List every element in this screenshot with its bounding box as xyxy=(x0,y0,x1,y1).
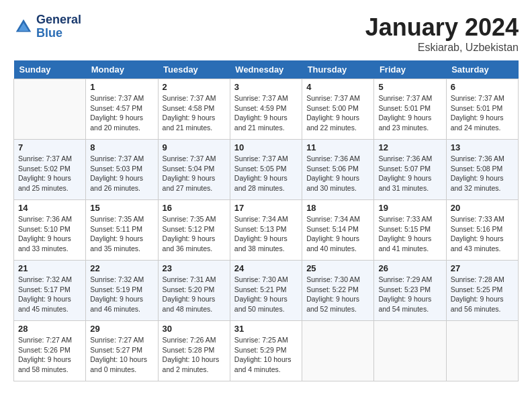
day-cell: 20Sunrise: 7:33 AMSunset: 5:16 PMDayligh… xyxy=(446,200,518,261)
day-cell: 5Sunrise: 7:37 AMSunset: 5:01 PMDaylight… xyxy=(374,79,446,140)
header-saturday: Saturday xyxy=(446,60,518,79)
day-info: Sunrise: 7:26 AMSunset: 5:28 PMDaylight:… xyxy=(163,335,226,375)
day-info: Sunrise: 7:31 AMSunset: 5:20 PMDaylight:… xyxy=(163,275,226,314)
week-row-4: 21Sunrise: 7:32 AMSunset: 5:17 PMDayligh… xyxy=(14,261,519,321)
day-cell: 28Sunrise: 7:27 AMSunset: 5:26 PMDayligh… xyxy=(14,321,86,381)
day-number: 29 xyxy=(90,324,153,334)
day-info: Sunrise: 7:33 AMSunset: 5:16 PMDaylight:… xyxy=(451,214,514,254)
day-info: Sunrise: 7:28 AMSunset: 5:25 PMDaylight:… xyxy=(451,275,514,314)
logo: GeneralBlue xyxy=(13,13,81,40)
page-header: GeneralBlue January 2024 Eskiarab, Uzbek… xyxy=(13,13,519,54)
day-number: 31 xyxy=(234,324,298,334)
day-info: Sunrise: 7:37 AMSunset: 4:58 PMDaylight:… xyxy=(163,93,226,133)
day-cell: 30Sunrise: 7:26 AMSunset: 5:28 PMDayligh… xyxy=(158,321,230,381)
day-cell: 29Sunrise: 7:27 AMSunset: 5:27 PMDayligh… xyxy=(86,321,158,381)
day-cell xyxy=(446,321,518,381)
header-thursday: Thursday xyxy=(302,60,374,79)
day-number: 3 xyxy=(234,82,298,92)
day-number: 21 xyxy=(18,263,81,273)
day-number: 7 xyxy=(18,142,81,152)
day-info: Sunrise: 7:30 AMSunset: 5:21 PMDaylight:… xyxy=(234,275,298,314)
day-info: Sunrise: 7:29 AMSunset: 5:23 PMDaylight:… xyxy=(378,275,441,314)
day-cell: 25Sunrise: 7:30 AMSunset: 5:22 PMDayligh… xyxy=(302,261,374,321)
day-cell: 2Sunrise: 7:37 AMSunset: 4:58 PMDaylight… xyxy=(158,79,230,140)
day-number: 24 xyxy=(234,263,298,273)
logo-icon xyxy=(13,17,34,37)
day-info: Sunrise: 7:35 AMSunset: 5:11 PMDaylight:… xyxy=(90,214,153,254)
day-cell: 26Sunrise: 7:29 AMSunset: 5:23 PMDayligh… xyxy=(374,261,446,321)
day-number: 17 xyxy=(234,203,298,213)
day-info: Sunrise: 7:30 AMSunset: 5:22 PMDaylight:… xyxy=(306,275,369,314)
day-number: 6 xyxy=(451,82,514,92)
day-cell xyxy=(374,321,446,381)
day-cell: 4Sunrise: 7:37 AMSunset: 5:00 PMDaylight… xyxy=(302,79,374,140)
day-info: Sunrise: 7:25 AMSunset: 5:29 PMDaylight:… xyxy=(234,335,298,375)
day-cell: 23Sunrise: 7:31 AMSunset: 5:20 PMDayligh… xyxy=(158,261,230,321)
day-cell: 9Sunrise: 7:37 AMSunset: 5:04 PMDaylight… xyxy=(158,140,230,200)
day-info: Sunrise: 7:37 AMSunset: 5:00 PMDaylight:… xyxy=(306,93,369,133)
day-number: 12 xyxy=(378,142,441,152)
location: Eskiarab, Uzbekistan xyxy=(365,42,519,54)
day-info: Sunrise: 7:36 AMSunset: 5:08 PMDaylight:… xyxy=(451,154,514,193)
day-number: 8 xyxy=(90,142,153,152)
day-info: Sunrise: 7:27 AMSunset: 5:27 PMDaylight:… xyxy=(90,335,153,375)
day-number: 28 xyxy=(18,324,81,334)
week-row-5: 28Sunrise: 7:27 AMSunset: 5:26 PMDayligh… xyxy=(14,321,519,381)
logo-text: GeneralBlue xyxy=(36,13,81,40)
day-cell: 24Sunrise: 7:30 AMSunset: 5:21 PMDayligh… xyxy=(230,261,302,321)
day-info: Sunrise: 7:37 AMSunset: 5:05 PMDaylight:… xyxy=(234,154,298,193)
day-cell: 31Sunrise: 7:25 AMSunset: 5:29 PMDayligh… xyxy=(230,321,302,381)
calendar-table: SundayMondayTuesdayWednesdayThursdayFrid… xyxy=(13,60,519,381)
header-sunday: Sunday xyxy=(14,60,86,79)
day-cell: 10Sunrise: 7:37 AMSunset: 5:05 PMDayligh… xyxy=(230,140,302,200)
day-number: 25 xyxy=(306,263,369,273)
day-number: 23 xyxy=(163,263,226,273)
title-area: January 2024 Eskiarab, Uzbekistan xyxy=(365,13,519,54)
day-cell: 1Sunrise: 7:37 AMSunset: 4:57 PMDaylight… xyxy=(86,79,158,140)
day-info: Sunrise: 7:32 AMSunset: 5:17 PMDaylight:… xyxy=(18,275,81,314)
header-monday: Monday xyxy=(86,60,158,79)
day-number: 9 xyxy=(163,142,226,152)
day-cell: 7Sunrise: 7:37 AMSunset: 5:02 PMDaylight… xyxy=(14,140,86,200)
day-number: 16 xyxy=(163,203,226,213)
day-cell: 16Sunrise: 7:35 AMSunset: 5:12 PMDayligh… xyxy=(158,200,230,261)
day-cell: 18Sunrise: 7:34 AMSunset: 5:14 PMDayligh… xyxy=(302,200,374,261)
day-info: Sunrise: 7:35 AMSunset: 5:12 PMDaylight:… xyxy=(163,214,226,254)
day-number: 15 xyxy=(90,203,153,213)
day-cell xyxy=(14,79,86,140)
day-cell: 8Sunrise: 7:37 AMSunset: 5:03 PMDaylight… xyxy=(86,140,158,200)
header-tuesday: Tuesday xyxy=(158,60,230,79)
day-cell: 13Sunrise: 7:36 AMSunset: 5:08 PMDayligh… xyxy=(446,140,518,200)
day-number: 14 xyxy=(18,203,81,213)
day-info: Sunrise: 7:37 AMSunset: 5:01 PMDaylight:… xyxy=(451,93,514,133)
day-info: Sunrise: 7:27 AMSunset: 5:26 PMDaylight:… xyxy=(18,335,81,375)
day-number: 1 xyxy=(90,82,153,92)
day-number: 27 xyxy=(451,263,514,273)
day-info: Sunrise: 7:36 AMSunset: 5:06 PMDaylight:… xyxy=(306,154,369,193)
header-friday: Friday xyxy=(374,60,446,79)
day-number: 4 xyxy=(306,82,369,92)
week-row-2: 7Sunrise: 7:37 AMSunset: 5:02 PMDaylight… xyxy=(14,140,519,200)
day-info: Sunrise: 7:33 AMSunset: 5:15 PMDaylight:… xyxy=(378,214,441,254)
day-info: Sunrise: 7:37 AMSunset: 4:59 PMDaylight:… xyxy=(234,93,298,133)
week-row-1: 1Sunrise: 7:37 AMSunset: 4:57 PMDaylight… xyxy=(14,79,519,140)
month-title: January 2024 xyxy=(365,13,519,42)
day-info: Sunrise: 7:37 AMSunset: 5:04 PMDaylight:… xyxy=(163,154,226,193)
day-cell: 27Sunrise: 7:28 AMSunset: 5:25 PMDayligh… xyxy=(446,261,518,321)
day-number: 30 xyxy=(163,324,226,334)
day-number: 11 xyxy=(306,142,369,152)
day-info: Sunrise: 7:34 AMSunset: 5:13 PMDaylight:… xyxy=(234,214,298,254)
day-number: 26 xyxy=(378,263,441,273)
day-info: Sunrise: 7:37 AMSunset: 5:03 PMDaylight:… xyxy=(90,154,153,193)
day-number: 22 xyxy=(90,263,153,273)
day-info: Sunrise: 7:37 AMSunset: 4:57 PMDaylight:… xyxy=(90,93,153,133)
day-cell: 6Sunrise: 7:37 AMSunset: 5:01 PMDaylight… xyxy=(446,79,518,140)
day-cell: 17Sunrise: 7:34 AMSunset: 5:13 PMDayligh… xyxy=(230,200,302,261)
day-cell: 12Sunrise: 7:36 AMSunset: 5:07 PMDayligh… xyxy=(374,140,446,200)
day-info: Sunrise: 7:37 AMSunset: 5:01 PMDaylight:… xyxy=(378,93,441,133)
day-cell: 21Sunrise: 7:32 AMSunset: 5:17 PMDayligh… xyxy=(14,261,86,321)
header-row: SundayMondayTuesdayWednesdayThursdayFrid… xyxy=(14,60,519,79)
day-info: Sunrise: 7:32 AMSunset: 5:19 PMDaylight:… xyxy=(90,275,153,314)
day-cell: 15Sunrise: 7:35 AMSunset: 5:11 PMDayligh… xyxy=(86,200,158,261)
day-number: 10 xyxy=(234,142,298,152)
